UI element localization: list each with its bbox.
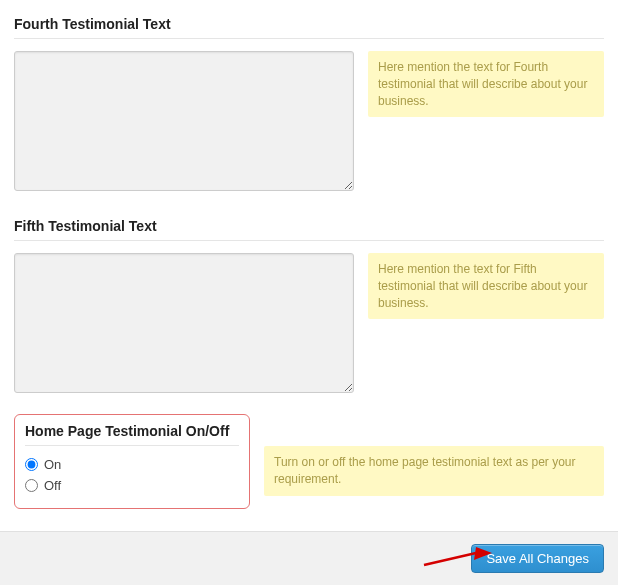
fourth-testimonial-textarea[interactable]: [14, 51, 354, 191]
fourth-testimonial-section: Fourth Testimonial Text Here mention the…: [14, 10, 604, 194]
fourth-testimonial-hint: Here mention the text for Fourth testimo…: [368, 51, 604, 117]
toggle-off-label: Off: [44, 478, 61, 493]
toggle-off-radio[interactable]: [25, 479, 38, 492]
toggle-on-radio[interactable]: [25, 458, 38, 471]
fifth-testimonial-title: Fifth Testimonial Text: [14, 212, 604, 241]
testimonial-toggle-section: Home Page Testimonial On/Off On Off Turn…: [14, 414, 604, 509]
footer-bar: Save All Changes: [0, 531, 618, 585]
fifth-testimonial-hint: Here mention the text for Fifth testimon…: [368, 253, 604, 319]
fifth-testimonial-section: Fifth Testimonial Text Here mention the …: [14, 212, 604, 396]
toggle-on-row[interactable]: On: [25, 454, 239, 475]
toggle-hint: Turn on or off the home page testimonial…: [264, 446, 604, 496]
fifth-testimonial-textarea[interactable]: [14, 253, 354, 393]
toggle-on-label: On: [44, 457, 61, 472]
toggle-title: Home Page Testimonial On/Off: [25, 423, 239, 446]
toggle-off-row[interactable]: Off: [25, 475, 239, 496]
fourth-testimonial-title: Fourth Testimonial Text: [14, 10, 604, 39]
save-all-changes-button[interactable]: Save All Changes: [471, 544, 604, 573]
svg-line-0: [424, 553, 476, 565]
